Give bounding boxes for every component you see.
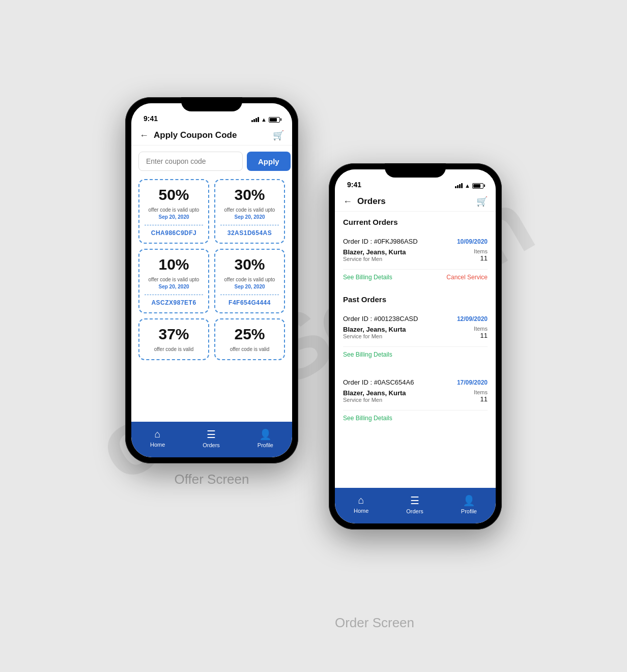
order-items-count-col-0: Items 11 [474,248,488,262]
coupon-validity-3: offer code is valid upto Sep 20, 2020 [220,276,279,290]
coupon-validity-2: offer code is valid upto Sep 20, 2020 [145,276,203,290]
past-order-items-count-col-0: Items 11 [474,326,488,339]
order-items-info-0: Blazer, Jeans, Kurta Service for Men [343,248,406,267]
wifi-icon: ▲ [261,116,267,123]
order-items-label-0: Items [474,248,488,254]
signal-bars-icon [251,117,259,122]
order-card-past-1: Order ID : #0ASC654A6 17/09/2020 Blazer,… [343,372,488,428]
coupon-percent-5: 25% [234,326,265,343]
offer-bottom-nav: ⌂ Home ☰ Orders 👤 Profile [131,422,292,457]
coupon-validity-5: offer code is valid [230,346,270,353]
coupon-divider-2 [145,295,203,295]
billing-link-0[interactable]: See Billing Details [343,274,392,281]
order-orders-icon: ☰ [410,494,419,507]
coupon-card-0[interactable]: 50% offer code is valid upto Sep 20, 202… [138,179,209,244]
order-card-current-0: Order ID : #0FKJ986ASD 10/09/2020 Blazer… [343,231,488,287]
order-row-top-0: Order ID : #0FKJ986ASD 10/09/2020 [343,238,488,245]
offer-phone-frame: 9:41 ▲ [125,97,298,463]
offer-screen-label: Offer Screen [175,472,249,487]
order-phone-notch [385,163,446,178]
cancel-link-0[interactable]: Cancel Service [446,274,488,281]
coupon-grid: 50% offer code is valid upto Sep 20, 202… [138,179,285,360]
coupon-card-4[interactable]: 37% offer code is valid [138,318,209,360]
offer-back-button[interactable]: ← [139,130,149,141]
order-nav-profile-label: Profile [461,508,477,514]
offer-status-icons: ▲ [251,116,280,123]
past-order-row-top-1: Order ID : #0ASC654A6 17/09/2020 [343,378,488,386]
order-actions-0: See Billing Details Cancel Service [343,269,488,281]
past-order-items-label-1: Items [474,389,488,395]
order-phone-frame: 9:41 ▲ [329,163,502,530]
order-status-icons: ▲ [455,183,483,189]
coupon-date-1: Sep 20, 2020 [234,214,265,220]
coupon-date-2: Sep 20, 2020 [158,284,189,289]
coupon-percent-1: 30% [234,186,265,203]
order-status-time: 9:41 [347,181,361,189]
past-order-service-0: Service for Men [343,333,406,339]
past-order-items-info-0: Blazer, Jeans, Kurta Service for Men [343,326,406,344]
offer-nav-home[interactable]: ⌂ Home [150,428,165,448]
past-order-items-info-1: Blazer, Jeans, Kurta Service for Men [343,389,406,408]
coupon-percent-4: 37% [158,326,189,343]
order-nav-home-label: Home [354,508,368,514]
order-screen-floating-label: Order Screen [335,615,414,631]
coupon-validity-1: offer code is valid upto Sep 20, 2020 [220,207,279,221]
coupon-code-0: CHA986C9DFJ [151,229,197,237]
offer-nav-home-label: Home [150,442,165,448]
offer-header: ← Apply Coupon Code 🛒 [131,126,292,145]
coupon-input-row: Apply [138,152,285,171]
coupon-date-0: Sep 20, 2020 [158,214,189,220]
order-phone-wrapper: 9:41 ▲ [329,163,502,560]
order-profile-icon: 👤 [463,494,475,507]
order-items-name-0: Blazer, Jeans, Kurta [343,248,406,256]
coupon-percent-2: 10% [158,256,189,273]
offer-header-left: ← Apply Coupon Code [139,130,237,141]
coupon-card-5[interactable]: 25% offer code is valid [214,318,285,360]
order-wifi-icon: ▲ [465,183,470,189]
order-back-button[interactable]: ← [343,196,352,207]
order-nav-home[interactable]: ⌂ Home [354,494,368,514]
offer-nav-profile[interactable]: 👤 Profile [258,428,273,448]
order-nav-orders-label: Orders [406,508,423,514]
apply-coupon-button[interactable]: Apply [247,152,291,171]
past-billing-link-0[interactable]: See Billing Details [343,351,392,358]
coupon-card-1[interactable]: 30% offer code is valid upto Sep 20, 202… [214,179,285,244]
order-battery-icon [472,183,483,189]
past-order-items-row-1: Blazer, Jeans, Kurta Service for Men Ite… [343,389,488,408]
coupon-divider-3 [220,295,279,295]
past-order-actions-0: See Billing Details [343,346,488,358]
order-cart-icon[interactable]: 🛒 [476,196,488,207]
past-order-id-0: Order ID : #001238CASD [343,315,418,323]
home-icon: ⌂ [155,428,161,440]
orders-icon: ☰ [207,428,216,441]
order-items-row-0: Blazer, Jeans, Kurta Service for Men Ite… [343,248,488,267]
order-content: Current Orders Order ID : #0FKJ986ASD 10… [335,212,496,488]
coupon-card-2[interactable]: 10% offer code is valid upto Sep 20, 202… [138,249,209,313]
order-nav-orders[interactable]: ☰ Orders [406,494,423,514]
coupon-code-3: F4F654G4444 [229,299,271,306]
past-order-date-1: 17/09/2020 [457,379,488,386]
coupon-divider-1 [220,225,279,225]
offer-header-title: Apply Coupon Code [154,130,237,140]
battery-icon [269,117,280,123]
offer-cart-icon[interactable]: 🛒 [273,130,284,141]
coupon-card-3[interactable]: 30% offer code is valid upto Sep 20, 202… [214,249,285,313]
offer-phone-inner: 9:41 ▲ [131,103,292,457]
order-header-left: ← Orders [343,196,386,207]
order-date-0: 10/09/2020 [457,238,488,245]
coupon-input[interactable] [138,152,243,171]
past-billing-link-1[interactable]: See Billing Details [343,415,392,422]
order-items-count-0: 11 [474,254,488,262]
offer-nav-orders[interactable]: ☰ Orders [203,428,220,448]
past-order-row-top-0: Order ID : #001238CASD 12/09/2020 [343,315,488,323]
coupon-percent-3: 30% [234,256,265,273]
phone-notch [181,97,242,111]
past-order-items-label-0: Items [474,326,488,332]
order-phone-inner: 9:41 ▲ [335,169,496,523]
current-orders-title: Current Orders [343,218,488,226]
past-order-items-name-0: Blazer, Jeans, Kurta [343,326,406,333]
order-nav-profile[interactable]: 👤 Profile [461,494,477,514]
order-bottom-nav: ⌂ Home ☰ Orders 👤 Profile [335,488,496,523]
past-order-service-1: Service for Men [343,397,406,403]
order-id-0: Order ID : #0FKJ986ASD [343,238,418,245]
